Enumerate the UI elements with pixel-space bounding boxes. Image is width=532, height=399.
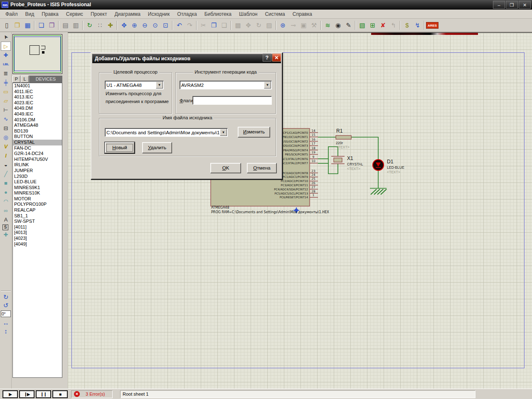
zoom-in-icon[interactable]: ⊕ — [129, 20, 140, 30]
ok-button[interactable]: OK — [210, 163, 241, 173]
menu-item-10[interactable]: Шаблон — [235, 10, 261, 18]
resistor-ref[interactable]: R1 — [336, 128, 343, 134]
print-icon[interactable]: ▤ — [60, 20, 71, 30]
menu-item-5[interactable]: Проект — [87, 10, 111, 18]
led-value[interactable]: LED-BLUE — [387, 165, 404, 170]
device-item[interactable]: FAN-DC — [13, 145, 62, 151]
device-item[interactable]: IRLINK — [13, 162, 62, 168]
junction-tool[interactable]: ✚ — [1, 51, 11, 60]
device-pin-tool[interactable]: ⊢ — [1, 106, 11, 115]
menu-item-2[interactable]: Вид — [22, 10, 38, 18]
device-item[interactable]: POLYPRO100P — [13, 202, 62, 207]
redraw-icon[interactable]: ↻ — [84, 20, 95, 30]
menu-item-9[interactable]: Библиотека — [201, 10, 235, 18]
dialog-close-button[interactable]: ✕ — [272, 54, 281, 62]
2d-path-tool[interactable]: ∞ — [1, 206, 11, 215]
code-tool-combo[interactable]: AVRASM2 ▼ — [180, 81, 272, 89]
flip-horizontal-icon[interactable]: ↔ — [1, 319, 11, 327]
run-button[interactable]: ▶ — [2, 390, 18, 398]
device-item[interactable]: CRYSTAL — [13, 140, 62, 145]
device-item[interactable]: L293D — [13, 174, 62, 180]
crystal-value[interactable]: CRYSTAL — [347, 162, 363, 166]
2d-circle-tool[interactable]: ● — [1, 188, 11, 197]
close-button[interactable]: ✕ — [519, 1, 531, 9]
library-button[interactable]: L — [21, 76, 29, 83]
menu-item-11[interactable]: Система — [261, 10, 288, 18]
menu-item-8[interactable]: Отладка — [173, 10, 200, 18]
menu-item-3[interactable]: Правка — [38, 10, 62, 18]
device-item[interactable]: 4011.IEC — [13, 89, 62, 95]
zoom-all-icon[interactable]: ⊙ — [150, 20, 160, 30]
resistor-body[interactable] — [336, 135, 351, 139]
flip-vertical-icon[interactable]: ↕ — [1, 327, 11, 335]
device-item[interactable]: 4049.DM — [13, 106, 62, 111]
graph-tool[interactable]: ∿ — [1, 115, 11, 124]
device-item[interactable]: 40106.DM — [13, 117, 62, 123]
voltage-probe-tool[interactable]: V — [1, 142, 11, 151]
bus-tool[interactable]: ╪ — [1, 78, 11, 87]
dialog-title-bar[interactable]: Добавить/Удалить файлы исходников — [92, 54, 281, 63]
pick-devices-button[interactable]: P — [12, 76, 20, 83]
device-item[interactable]: [4013] — [13, 230, 62, 236]
overview-minimap[interactable] — [12, 34, 62, 74]
menu-item-1[interactable]: Файл — [2, 10, 22, 18]
2d-line-tool[interactable]: ╱ — [1, 170, 11, 179]
2d-arc-tool[interactable]: ◠ — [1, 197, 11, 206]
device-item[interactable]: BUTTON — [13, 134, 62, 140]
menu-item-6[interactable]: Диаграмма — [111, 10, 144, 18]
toggle-origin-icon[interactable]: ✚ — [105, 20, 116, 30]
rotation-angle-input[interactable] — [1, 310, 11, 317]
subcircuit-tool[interactable]: ▭ — [1, 87, 11, 96]
menu-item-12[interactable]: Справка — [289, 10, 316, 18]
change-button[interactable]: Изменить — [238, 127, 270, 138]
resistor-value[interactable]: 220r — [336, 141, 343, 145]
current-probe-tool[interactable]: I — [1, 151, 11, 160]
device-item[interactable]: HITEMP47U50V — [13, 157, 62, 163]
wire-label-tool[interactable]: LBL — [1, 60, 11, 69]
device-item[interactable]: BD139 — [13, 128, 62, 134]
restore-button[interactable]: ❐ — [506, 1, 518, 9]
menu-item-7[interactable]: Исходник — [144, 10, 173, 18]
target-processor-combo[interactable]: U1 - ATMEGA48 ▼ — [105, 81, 164, 89]
minimize-button[interactable]: – — [493, 1, 505, 9]
device-item[interactable]: MOTOR — [13, 196, 62, 202]
toggle-grid-icon[interactable]: ∷ — [95, 20, 105, 30]
error-status-cell[interactable]: ✕ 3 Error(s) — [71, 390, 113, 398]
flags-input[interactable] — [192, 96, 272, 105]
new-file-icon[interactable]: ▯ — [2, 20, 12, 30]
device-item[interactable]: [4011] — [13, 224, 62, 230]
device-item[interactable]: 4049.IEC — [13, 111, 62, 117]
combo-arrow-icon[interactable]: ▼ — [156, 81, 163, 89]
device-item[interactable]: G2R-14-DC24 — [13, 151, 62, 157]
device-item[interactable]: 4023.IEC — [13, 100, 62, 106]
device-item[interactable]: [4049] — [13, 241, 62, 247]
stop-button[interactable]: ■ — [52, 390, 68, 398]
electrical-rule-check-icon[interactable]: ↯ — [412, 20, 423, 30]
property-assignment-icon[interactable]: ✎ — [343, 20, 354, 30]
2d-text-tool[interactable]: A — [1, 215, 11, 224]
tape-recorder-tool[interactable]: ⊟ — [1, 124, 11, 133]
device-item[interactable]: SW-SPST — [13, 219, 62, 224]
device-item[interactable]: [4023] — [13, 236, 62, 241]
device-item[interactable]: 4013.IEC — [13, 94, 62, 100]
device-item[interactable]: MINRES10K — [13, 190, 62, 196]
component-tool[interactable]: ▷ — [1, 42, 11, 51]
cancel-button[interactable]: Отмена — [247, 163, 277, 173]
device-item[interactable]: REALCAP — [13, 207, 62, 213]
terminal-tool[interactable]: ▱ — [1, 96, 11, 106]
menu-item-4[interactable]: Сервис — [62, 10, 87, 18]
source-file-combo[interactable]: C:\Documents and Settings\Admin\Мои доку… — [105, 128, 228, 137]
save-file-icon[interactable]: ▦ — [22, 20, 33, 30]
dialog-help-button[interactable]: ? — [263, 54, 271, 62]
combo-arrow-icon[interactable]: ▼ — [220, 129, 227, 136]
device-item[interactable]: JUMPER — [13, 168, 62, 174]
rotate-cw-icon[interactable]: ↻ — [1, 293, 11, 301]
remove-sheet-icon[interactable]: ✘ — [378, 20, 388, 30]
zoom-area-icon[interactable]: ⊡ — [160, 20, 171, 30]
device-item[interactable]: SB1_1 — [13, 213, 62, 219]
device-item[interactable]: LED-BLUE — [13, 179, 62, 185]
2d-marker-tool[interactable]: ✚ — [1, 230, 11, 239]
new-sheet-icon[interactable]: ⊞ — [367, 20, 378, 30]
bill-of-materials-icon[interactable]: $ — [402, 20, 412, 30]
import-section-icon[interactable]: ❏ — [36, 20, 47, 30]
